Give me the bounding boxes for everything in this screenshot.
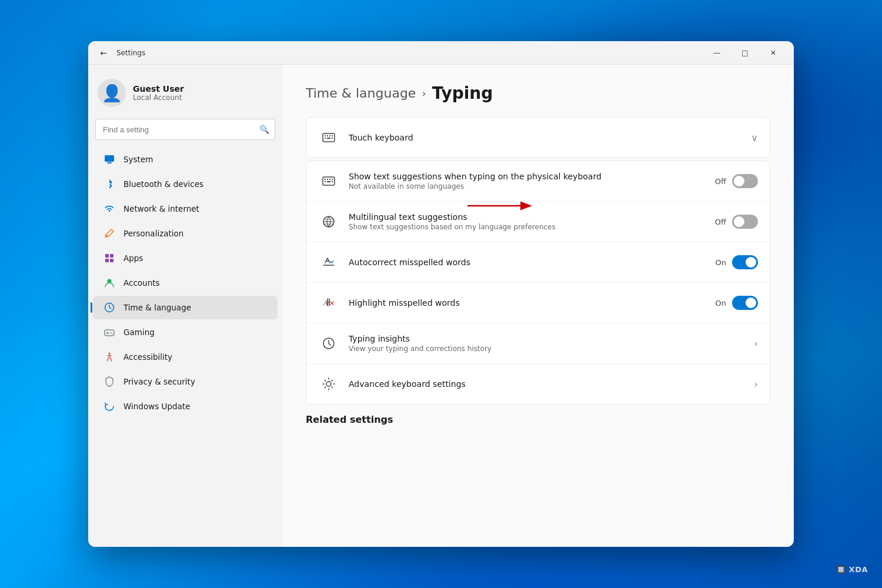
- touch-keyboard-title: Touch keyboard: [349, 133, 751, 142]
- user-profile[interactable]: 👤 Guest User Local Account: [88, 72, 282, 119]
- svg-rect-19: [325, 138, 326, 139]
- typing-insights-item[interactable]: Typing insights View your typing and cor…: [306, 323, 770, 364]
- window-controls: — □ ✕: [703, 44, 787, 62]
- multilingual-control: Off: [715, 215, 758, 229]
- autocorrect-toggle[interactable]: [732, 255, 758, 269]
- time-icon: [102, 300, 116, 315]
- multilingual-icon: [318, 211, 339, 232]
- svg-rect-25: [329, 179, 330, 180]
- main-content: 👤 Guest User Local Account 🔍: [88, 65, 794, 547]
- autocorrect-item[interactable]: Autocorrect misspelled words On: [306, 242, 770, 283]
- svg-rect-16: [327, 135, 328, 136]
- sidebar-item-system[interactable]: System: [93, 148, 278, 171]
- back-button[interactable]: ←: [95, 45, 112, 61]
- multilingual-toggle[interactable]: [732, 215, 758, 229]
- toggle-thumb-3: [746, 257, 756, 268]
- typing-insights-title: Typing insights: [349, 334, 754, 343]
- text-suggestions-text: Show text suggestions when typing on the…: [349, 172, 715, 191]
- svg-rect-26: [332, 179, 333, 180]
- bluetooth-icon: [102, 177, 116, 191]
- typing-insights-icon: [318, 333, 339, 354]
- highlight-icon: A: [318, 292, 339, 313]
- touch-keyboard-section: Touch keyboard ∨: [306, 117, 770, 158]
- svg-rect-23: [325, 179, 326, 180]
- svg-rect-17: [329, 135, 330, 136]
- highlight-control: On: [716, 296, 758, 310]
- svg-rect-8: [105, 330, 114, 336]
- text-suggestions-item[interactable]: Show text suggestions when typing on the…: [306, 161, 770, 202]
- sidebar-label-network: Network & internet: [123, 204, 199, 213]
- sidebar-item-apps[interactable]: Apps: [93, 246, 278, 270]
- search-icon: 🔍: [259, 125, 269, 134]
- user-avatar-icon: 👤: [102, 83, 122, 103]
- highlight-toggle[interactable]: [732, 296, 758, 310]
- text-suggestions-toggle-label: Off: [715, 177, 726, 186]
- multilingual-title: Multilingual text suggestions: [349, 212, 715, 222]
- breadcrumb-chevron-icon: ›: [422, 87, 426, 99]
- settings-window: ← Settings — □ ✕ 👤 Guest User Local Acco…: [88, 41, 794, 547]
- text-suggestions-subtitle: Not available in some languages: [349, 182, 715, 191]
- breadcrumb: Time & language › Typing: [306, 83, 770, 103]
- autocorrect-icon: [318, 252, 339, 273]
- svg-point-11: [109, 353, 111, 355]
- svg-rect-21: [332, 138, 333, 139]
- typing-insights-control: ›: [754, 338, 758, 349]
- toggle-thumb: [734, 176, 744, 186]
- accessibility-icon: [102, 350, 116, 364]
- sidebar-label-system: System: [123, 155, 153, 164]
- svg-point-10: [112, 333, 113, 335]
- touch-keyboard-control: ∨: [751, 132, 758, 143]
- user-info: Guest User Local Account: [133, 84, 184, 102]
- svg-rect-2: [105, 254, 109, 258]
- sidebar-label-privacy: Privacy & security: [123, 377, 195, 386]
- breadcrumb-parent[interactable]: Time & language: [306, 86, 416, 101]
- gaming-icon: [102, 325, 116, 339]
- search-input[interactable]: [95, 119, 275, 140]
- svg-rect-24: [327, 179, 328, 180]
- advanced-keyboard-item[interactable]: Advanced keyboard settings ›: [306, 364, 770, 404]
- breadcrumb-current: Typing: [432, 83, 493, 103]
- sidebar-item-accessibility[interactable]: Accessibility: [93, 345, 278, 369]
- touch-keyboard-icon: [318, 127, 339, 148]
- sidebar-item-bluetooth[interactable]: Bluetooth & devices: [93, 172, 278, 196]
- sidebar-label-apps: Apps: [123, 253, 143, 263]
- sidebar-item-gaming[interactable]: Gaming: [93, 320, 278, 344]
- svg-rect-29: [332, 181, 333, 182]
- highlight-title: Highlight misspelled words: [349, 298, 716, 308]
- highlight-text: Highlight misspelled words: [349, 298, 716, 308]
- multilingual-text: Multilingual text suggestions Show text …: [349, 212, 715, 231]
- minimize-button[interactable]: —: [703, 44, 730, 62]
- close-button[interactable]: ✕: [760, 44, 787, 62]
- multilingual-item[interactable]: Multilingual text suggestions Show text …: [306, 202, 770, 242]
- svg-rect-1: [107, 162, 112, 163]
- typing-insights-text: Typing insights View your typing and cor…: [349, 334, 754, 353]
- touch-keyboard-header[interactable]: Touch keyboard ∨: [306, 118, 770, 158]
- autocorrect-title: Autocorrect misspelled words: [349, 258, 716, 267]
- multilingual-subtitle: Show text suggestions based on my langua…: [349, 223, 715, 231]
- search-box: 🔍: [95, 119, 275, 140]
- svg-rect-3: [110, 254, 113, 258]
- text-suggestions-control: Off: [715, 174, 758, 188]
- text-suggestions-toggle[interactable]: [732, 174, 758, 188]
- network-icon: [102, 202, 116, 216]
- svg-rect-27: [325, 181, 326, 182]
- sidebar-item-privacy[interactable]: Privacy & security: [93, 370, 278, 393]
- sidebar-item-personalization[interactable]: Personalization: [93, 222, 278, 245]
- svg-rect-18: [332, 135, 333, 136]
- sidebar-item-update[interactable]: Windows Update: [93, 395, 278, 418]
- update-icon: [102, 399, 116, 413]
- typing-insights-chevron-icon: ›: [754, 338, 758, 349]
- sidebar-item-network[interactable]: Network & internet: [93, 197, 278, 220]
- user-name: Guest User: [133, 84, 184, 93]
- maximize-button[interactable]: □: [731, 44, 759, 62]
- highlight-item[interactable]: A Highlight misspelled words On: [306, 283, 770, 323]
- svg-rect-0: [105, 155, 114, 162]
- text-suggestions-icon: [318, 171, 339, 192]
- sidebar-label-personalization: Personalization: [123, 229, 183, 238]
- advanced-keyboard-icon: [318, 373, 339, 395]
- autocorrect-control: On: [716, 255, 758, 269]
- sidebar-item-accounts[interactable]: Accounts: [93, 271, 278, 295]
- title-bar: ← Settings — □ ✕: [88, 41, 794, 65]
- touch-keyboard-chevron-icon: ∨: [751, 132, 758, 143]
- sidebar-item-time[interactable]: Time & language: [93, 296, 278, 319]
